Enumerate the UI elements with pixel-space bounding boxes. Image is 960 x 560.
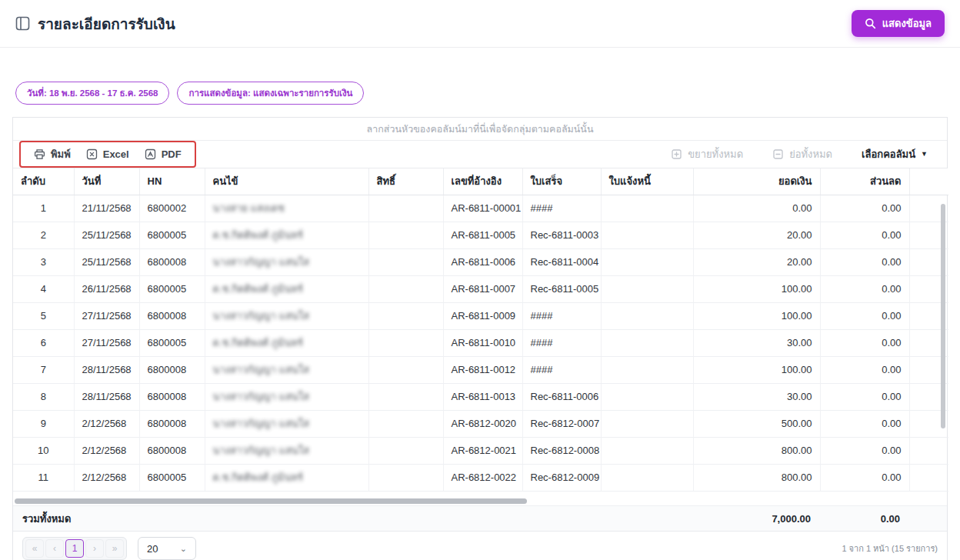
current-page-button[interactable]: 1 (65, 539, 84, 558)
cell-receipt: #### (522, 302, 601, 329)
choose-columns-label: เลือกคอลัมน์ (862, 146, 915, 162)
excel-icon (86, 148, 98, 160)
cell-patient: ด.ช.กิตติพงศ์ ภูมินทร์ (205, 329, 368, 356)
table-row: 9 2/12/2568 6800008 นางสาวกัญญา แสนใส AR… (13, 410, 948, 437)
cell-reference: AR-6812-0020 (443, 410, 522, 437)
cell-receipt: #### (522, 329, 601, 356)
expand-all-button[interactable]: ขยายทั้งหมด (664, 143, 750, 165)
cell-discount: 0.00 (820, 410, 909, 437)
cell-invoice (601, 383, 693, 410)
cell-reference: AR-6812-0022 (443, 464, 522, 491)
table-row: 3 25/11/2568 6800008 นางสาวกัญญา แสนใส A… (13, 248, 948, 275)
cell-reference: AR-6811-0006 (443, 248, 522, 275)
cell-amount: 100.00 (693, 275, 820, 302)
last-page-button[interactable]: » (105, 539, 124, 558)
column-header-7[interactable]: ใบแจ้งหนี้ (601, 168, 693, 195)
cell-no: 11 (13, 464, 74, 491)
total-row: รวมทั้งหมด 7,000.00 0.00 (13, 506, 947, 532)
column-header-0[interactable]: ลำดับ (13, 168, 74, 195)
cell-date: 27/11/2568 (74, 302, 139, 329)
cell-receipt: Rec-6811-0004 (522, 248, 601, 275)
prev-page-button[interactable]: ‹ (45, 539, 64, 558)
next-page-button[interactable]: › (85, 539, 104, 558)
cell-hn: 6800008 (139, 383, 205, 410)
cell-reference: AR-6811-00001 (443, 195, 522, 222)
choose-columns-button[interactable]: เลือกคอลัมน์ ▼ (855, 143, 935, 165)
chevron-down-icon: ⌄ (180, 544, 187, 554)
vertical-scrollbar-thumb[interactable] (941, 204, 945, 428)
cell-receipt: Rec-6811-0006 (522, 383, 601, 410)
partial-row (13, 491, 948, 497)
cell-reference: AR-6811-0013 (443, 383, 522, 410)
export-excel-button[interactable]: Excel (79, 145, 136, 163)
cell-right (368, 464, 443, 491)
cell-amount: 800.00 (693, 464, 820, 491)
cell-amount: 20.00 (693, 248, 820, 275)
cell-reference: AR-6811-0012 (443, 356, 522, 383)
cell-date: 27/11/2568 (74, 329, 139, 356)
cell-patient: นางสาวกัญญา แสนใส (205, 302, 368, 329)
cell-receipt: Rec-6812-0007 (522, 410, 601, 437)
cell-invoice (601, 195, 693, 222)
cell-discount: 0.00 (820, 248, 909, 275)
cell-no: 6 (13, 329, 74, 356)
cell-empty (909, 464, 948, 491)
cell-discount: 0.00 (820, 222, 909, 248)
filter-chip-date: วันที่: 18 พ.ย. 2568 - 17 ธ.ค. 2568 (15, 82, 169, 105)
column-header-3[interactable]: คนไข้ (205, 168, 368, 195)
column-header-empty (909, 168, 948, 195)
cell-amount: 500.00 (693, 410, 820, 437)
print-button[interactable]: พิมพ์ (27, 143, 78, 165)
table-row: 11 2/12/2568 6800005 ด.ช.กิตติพงศ์ ภูมิน… (13, 464, 948, 491)
show-data-button[interactable]: แสดงข้อมูล (852, 10, 945, 37)
horizontal-scrollbar[interactable] (13, 497, 947, 506)
collapse-all-button[interactable]: ย่อทั้งหมด (765, 143, 839, 165)
cell-invoice (601, 302, 693, 329)
chevron-down-icon: ▼ (921, 151, 928, 158)
column-header-1[interactable]: วันที่ (74, 168, 139, 195)
table-row: 1 21/11/2568 6800002 นางสาย แสงเดช AR-68… (13, 195, 948, 222)
cell-amount: 100.00 (693, 356, 820, 383)
cell-patient: นางสาย แสงเดช (205, 195, 368, 222)
cell-invoice (601, 356, 693, 383)
cell-date: 2/12/2568 (74, 464, 139, 491)
cell-no: 2 (13, 222, 74, 248)
cell-discount: 0.00 (820, 302, 909, 329)
cell-discount: 0.00 (820, 275, 909, 302)
column-header-4[interactable]: สิทธิ์ (368, 168, 443, 195)
table-row: 6 27/11/2568 6800005 ด.ช.กิตติพงศ์ ภูมิน… (13, 329, 948, 356)
column-header-5[interactable]: เลขที่อ้างอิง (443, 168, 522, 195)
table-row: 8 28/11/2568 6800008 นางสาวกัญญา แสนใส A… (13, 383, 948, 410)
column-header-8[interactable]: ยอดเงิน (693, 168, 820, 195)
group-by-drop-zone[interactable]: ลากส่วนหัวของคอลัมน์มาที่นี่เพื่อจัดกลุ่… (13, 118, 947, 141)
cell-hn: 6800005 (139, 275, 205, 302)
cell-hn: 6800005 (139, 464, 205, 491)
column-header-9[interactable]: ส่วนลด (820, 168, 909, 195)
cell-hn: 6800008 (139, 302, 205, 329)
data-grid: ลากส่วนหัวของคอลัมน์มาที่นี่เพื่อจัดกลุ่… (12, 117, 948, 560)
page-size-select[interactable]: 20 ⌄ (138, 537, 196, 560)
first-page-button[interactable]: « (25, 539, 44, 558)
collapse-all-label: ย่อทั้งหมด (789, 146, 832, 162)
cell-no: 8 (13, 383, 74, 410)
cell-reference: AR-6811-0005 (443, 222, 522, 248)
cell-right (368, 302, 443, 329)
column-header-6[interactable]: ใบเสร็จ (522, 168, 601, 195)
cell-patient: ด.ช.กิตติพงศ์ ภูมินทร์ (205, 275, 368, 302)
export-pdf-button[interactable]: PDF (138, 145, 188, 163)
cell-amount: 30.00 (693, 329, 820, 356)
total-amount: 7,000.00 (692, 513, 818, 525)
cell-empty (909, 437, 948, 464)
column-header-2[interactable]: HN (139, 168, 205, 195)
horizontal-scrollbar-thumb[interactable] (15, 498, 527, 504)
cell-no: 7 (13, 356, 74, 383)
cell-patient: นางสาวกัญญา แสนใส (205, 410, 368, 437)
cell-hn: 6800002 (139, 195, 205, 222)
cell-right (368, 437, 443, 464)
page-size-value: 20 (147, 543, 158, 555)
cell-hn: 6800008 (139, 356, 205, 383)
cell-date: 25/11/2568 (74, 248, 139, 275)
cell-date: 2/12/2568 (74, 410, 139, 437)
cell-discount: 0.00 (820, 356, 909, 383)
cell-no: 4 (13, 275, 74, 302)
